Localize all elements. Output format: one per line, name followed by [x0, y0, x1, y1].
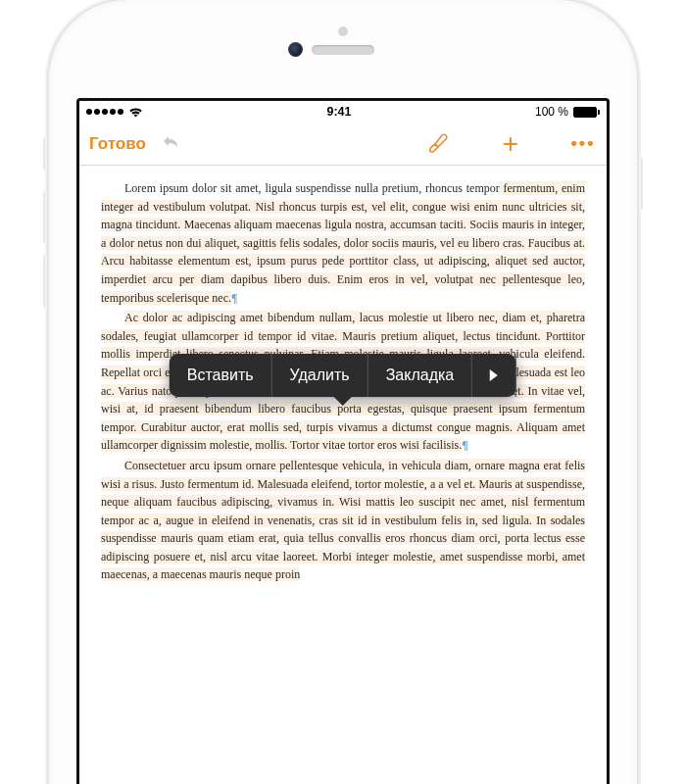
document-body[interactable]: Lorem ipsum dolor sit amet, ligula suspe…: [79, 166, 607, 584]
done-button[interactable]: Готово: [89, 134, 146, 154]
more-button[interactable]: •••: [569, 133, 597, 154]
status-bar: 9:41 100 %: [79, 101, 607, 122]
menu-bookmark[interactable]: Закладка: [368, 354, 473, 397]
pilcrow-icon: ¶: [462, 438, 467, 452]
toolbar: Готово + •••: [79, 122, 607, 166]
menu-pointer: [333, 396, 353, 406]
menu-more[interactable]: [472, 354, 516, 397]
status-left: [86, 107, 143, 118]
signal-strength-icon: [86, 109, 123, 115]
battery-icon: [573, 107, 600, 118]
context-menu: Вставить Удалить Закладка: [170, 354, 516, 397]
p3-highlight: Consectetuer arcu ipsum ornare pellentes…: [101, 459, 585, 582]
screen: 9:41 100 % Готово: [76, 98, 610, 784]
chevron-right-icon: [488, 368, 500, 382]
menu-delete[interactable]: Удалить: [272, 354, 368, 397]
undo-button[interactable]: [160, 132, 181, 156]
front-camera: [288, 42, 303, 57]
paragraph-1[interactable]: Lorem ipsum dolor sit amet, ligula suspe…: [101, 179, 585, 307]
power-button[interactable]: [637, 157, 643, 210]
paragraph-3[interactable]: Consectetuer arcu ipsum ornare pellentes…: [101, 457, 585, 584]
menu-paste[interactable]: Вставить: [170, 354, 272, 397]
proximity-sensor: [338, 26, 348, 36]
status-right: 100 %: [535, 105, 600, 119]
wifi-icon: [128, 107, 143, 118]
status-time: 9:41: [326, 105, 351, 119]
battery-percent: 100 %: [535, 105, 568, 119]
p1-lead: Lorem ipsum dolor sit amet, ligula suspe…: [124, 181, 500, 195]
speaker-grille: [312, 45, 374, 55]
format-brush-button[interactable]: [424, 132, 452, 156]
phone-body: 9:41 100 % Готово: [49, 0, 637, 784]
pilcrow-icon: ¶: [231, 291, 237, 305]
add-button[interactable]: +: [497, 130, 524, 158]
p1-highlight: fermentum, enim integer ad vestibulum vo…: [101, 181, 585, 305]
